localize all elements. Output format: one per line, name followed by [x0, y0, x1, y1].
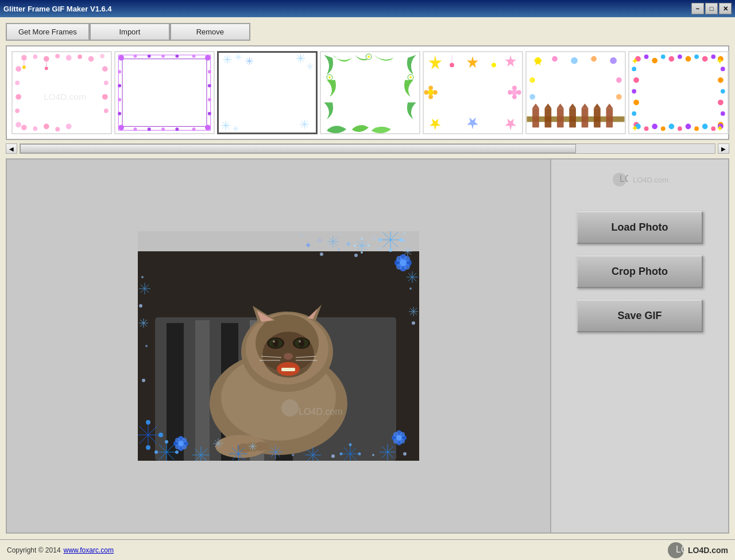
- scroll-track[interactable]: [20, 143, 715, 154]
- photo-preview: LO4D.com: [7, 160, 550, 532]
- frame-thumb-colorful[interactable]: ✦ ✦ ✦ ✦: [628, 51, 729, 134]
- footer: Copyright © 2014 www.foxarc.com LO4D LO4…: [0, 539, 735, 560]
- svg-point-135: [571, 57, 578, 64]
- svg-point-175: [711, 126, 715, 131]
- scroll-left-button[interactable]: ◀: [6, 143, 17, 154]
- svg-point-319: [320, 252, 323, 256]
- svg-point-158: [632, 111, 636, 116]
- frame-thumb-snowflake[interactable]: [217, 51, 318, 134]
- svg-point-298: [358, 453, 361, 456]
- lo4d-footer-icon: LO4D: [667, 541, 685, 559]
- svg-rect-187: [195, 320, 210, 461]
- frame-thumb-star[interactable]: [423, 51, 523, 134]
- frame-thumb-purple[interactable]: [114, 51, 215, 134]
- svg-point-331: [331, 454, 335, 458]
- svg-point-90: [409, 76, 412, 79]
- close-button[interactable]: ✕: [719, 3, 732, 14]
- frames-scrollbar: ◀ ▶: [6, 143, 729, 154]
- svg-point-327: [139, 304, 142, 308]
- svg-text:✧: ✧: [370, 234, 378, 243]
- svg-point-22: [104, 108, 109, 113]
- svg-rect-118: [532, 108, 539, 127]
- svg-text:✦: ✦: [716, 123, 724, 133]
- svg-point-148: [678, 55, 682, 59]
- scroll-right-button[interactable]: ▶: [718, 143, 729, 154]
- svg-point-104: [517, 90, 521, 95]
- svg-point-8: [100, 54, 105, 59]
- frame-thumb-pink[interactable]: LO4D.com: [11, 51, 112, 134]
- svg-point-13: [16, 122, 21, 128]
- copyright-text: Copyright © 2014: [7, 546, 61, 554]
- remove-button[interactable]: Remove: [170, 23, 250, 41]
- svg-point-107: [512, 90, 517, 95]
- svg-point-274: [175, 450, 179, 454]
- svg-point-6: [78, 55, 82, 59]
- right-panel: LO4D LO4D.com Load Photo Crop Photo Save…: [550, 160, 728, 532]
- svg-point-329: [142, 379, 145, 382]
- svg-point-297: [340, 453, 343, 456]
- svg-point-273: [154, 450, 158, 454]
- save-gif-button[interactable]: Save GIF: [577, 300, 703, 332]
- svg-point-167: [644, 126, 649, 131]
- svg-point-237: [368, 244, 370, 247]
- svg-point-156: [632, 89, 636, 94]
- svg-rect-120: [545, 108, 552, 127]
- svg-point-19: [102, 66, 108, 72]
- crop-photo-button[interactable]: Crop Photo: [577, 255, 703, 288]
- svg-point-26: [45, 67, 48, 70]
- import-button[interactable]: Import: [90, 23, 170, 41]
- svg-point-88: [328, 76, 331, 79]
- svg-text:·: ·: [339, 231, 341, 239]
- svg-point-11: [16, 94, 21, 100]
- svg-point-33: [118, 125, 124, 130]
- svg-point-100: [424, 90, 428, 95]
- svg-point-328: [145, 345, 148, 347]
- svg-point-295: [349, 444, 352, 446]
- scroll-thumb: [20, 144, 576, 153]
- svg-point-98: [433, 90, 438, 95]
- svg-point-346: [178, 441, 184, 446]
- svg-point-35: [134, 55, 137, 58]
- svg-point-151: [702, 56, 708, 62]
- svg-point-41: [118, 84, 121, 87]
- svg-text:LO4D.com: LO4D.com: [299, 407, 342, 417]
- svg-point-307: [146, 420, 150, 425]
- svg-point-103: [512, 85, 517, 90]
- get-more-frames-button[interactable]: Get More Frames: [6, 23, 90, 41]
- svg-point-31: [118, 55, 124, 61]
- svg-point-154: [632, 67, 636, 71]
- svg-point-40: [118, 70, 121, 73]
- svg-point-170: [668, 123, 674, 129]
- preview-canvas: LO4D.com: [138, 231, 419, 461]
- svg-point-37: [161, 55, 165, 58]
- minimize-button[interactable]: −: [691, 3, 704, 14]
- window-controls: − □ ✕: [691, 3, 732, 14]
- svg-point-164: [721, 111, 725, 116]
- svg-point-163: [718, 100, 724, 106]
- svg-point-145: [652, 58, 657, 64]
- svg-rect-215: [281, 368, 295, 371]
- frame-thumb-brown[interactable]: [525, 51, 626, 134]
- svg-text:⁺: ⁺: [402, 231, 407, 240]
- load-photo-button[interactable]: Load Photo: [577, 211, 703, 244]
- svg-point-32: [205, 55, 211, 61]
- svg-point-157: [633, 100, 639, 106]
- svg-point-21: [102, 94, 108, 100]
- svg-point-141: [616, 94, 622, 100]
- svg-point-325: [412, 321, 415, 325]
- frame-thumb-green[interactable]: [320, 51, 420, 134]
- website-link[interactable]: www.foxarc.com: [64, 546, 114, 554]
- svg-point-18: [66, 123, 72, 129]
- svg-point-140: [529, 94, 535, 100]
- main-content: Get More Frames Import Remove: [0, 17, 735, 539]
- toolbar: Get More Frames Import Remove: [6, 23, 729, 41]
- svg-point-271: [165, 440, 168, 444]
- svg-point-236: [354, 244, 356, 247]
- svg-point-39: [192, 55, 196, 58]
- svg-point-46: [208, 98, 211, 102]
- svg-point-310: [158, 433, 163, 437]
- footer-logo: LO4D LO4D.com: [667, 541, 728, 559]
- svg-point-97: [428, 85, 433, 90]
- svg-point-147: [668, 56, 674, 62]
- maximize-button[interactable]: □: [705, 3, 718, 14]
